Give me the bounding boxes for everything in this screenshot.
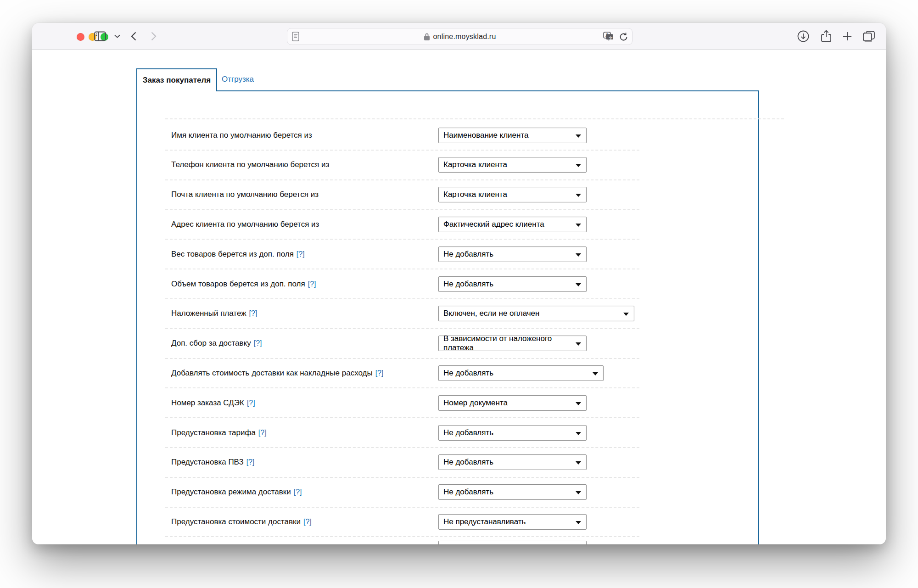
- select-value: Не добавлять: [443, 280, 493, 289]
- row-label: Предустановка тарифа: [171, 428, 256, 437]
- sidebar-toggle-icon[interactable]: [92, 23, 108, 50]
- row-label: Почта клиента по умолчанию берется из: [171, 190, 319, 199]
- dropdown-arrow-icon: [576, 461, 581, 465]
- reader-icon[interactable]: [292, 28, 299, 45]
- row-label: Добавлять стоимость доставки как накладн…: [171, 369, 373, 378]
- row-select[interactable]: Номер документа: [438, 395, 587, 411]
- dropdown-arrow-icon: [593, 372, 598, 375]
- row-label: Адрес клиента по умолчанию берется из: [171, 220, 319, 229]
- row-select[interactable]: Карточка клиента: [438, 157, 587, 173]
- svg-text:文: 文: [609, 36, 613, 40]
- dropdown-arrow-icon: [576, 164, 581, 167]
- settings-row: Наложенный платеж[?]Включен, если не опл…: [165, 299, 639, 329]
- desktop-background: online.moysklad.ru A 文: [0, 0, 918, 588]
- chevron-down-icon[interactable]: [111, 23, 123, 50]
- help-link[interactable]: [?]: [246, 458, 255, 466]
- select-value: Не добавлять: [443, 250, 493, 259]
- settings-row: Почта клиента по умолчанию берется изКар…: [165, 180, 639, 210]
- select-value: Не добавлять: [443, 487, 493, 497]
- dropdown-arrow-icon: [576, 224, 581, 227]
- dropdown-arrow-icon: [576, 402, 581, 405]
- select-value: Включен, если не оплачен: [443, 309, 539, 318]
- row-select[interactable]: Не добавлять: [438, 276, 587, 292]
- row-select[interactable]: Наименование клиента: [438, 128, 587, 143]
- tab-shipment[interactable]: Отгрузка: [222, 68, 254, 90]
- tab-overview-icon[interactable]: [860, 23, 878, 50]
- select-value: Не добавлять: [443, 428, 493, 437]
- select-value: Карточка клиента: [443, 160, 507, 169]
- help-link[interactable]: [?]: [297, 250, 305, 258]
- row-label: Предустановка режима доставки: [171, 487, 291, 497]
- row-label: Предустановка стоимости доставки: [171, 517, 301, 526]
- downloads-icon[interactable]: [795, 23, 812, 50]
- row-select[interactable]: Не добавлять: [438, 246, 587, 262]
- row-select[interactable]: Не добавлять: [438, 484, 587, 500]
- select-value: Не предустанавливать: [443, 517, 526, 526]
- row-label: Объем товаров берется из доп. поля: [171, 280, 305, 289]
- help-link[interactable]: [?]: [375, 369, 384, 377]
- close-window-button[interactable]: [77, 33, 84, 41]
- settings-row: Телефон клиента по умолчанию берется изК…: [165, 151, 639, 180]
- help-link[interactable]: [?]: [258, 429, 267, 437]
- tab-customer-order[interactable]: Заказ покупателя: [136, 68, 217, 91]
- row-select[interactable]: В зависимости от наложеного платежа: [438, 336, 587, 351]
- settings-row: Предустановка ПВЗ[?]Не добавлять: [165, 448, 639, 478]
- help-link[interactable]: [?]: [249, 309, 257, 318]
- settings-row: Имя клиента по умолчанию берется изНаиме…: [165, 121, 639, 151]
- row-label: Доп. сбор за доставку: [171, 339, 251, 348]
- dropdown-arrow-icon: [623, 313, 629, 316]
- settings-row: Доп. сбор за доставку[?]В зависимости от…: [165, 329, 639, 359]
- url-text: online.moysklad.ru: [433, 33, 496, 41]
- dropdown-arrow-icon: [576, 521, 581, 524]
- row-select[interactable]: Включен, если не оплачен: [438, 306, 634, 321]
- top-separator: [165, 118, 784, 119]
- help-link[interactable]: [?]: [294, 488, 302, 496]
- select-value: Наименование клиента: [443, 131, 529, 140]
- dropdown-arrow-icon: [576, 283, 581, 286]
- settings-row: Добавлять стоимость доставки как накладн…: [165, 358, 639, 388]
- browser-toolbar: online.moysklad.ru A 文: [32, 23, 886, 50]
- dropdown-arrow-icon: [576, 253, 581, 257]
- help-link[interactable]: [?]: [254, 339, 262, 347]
- page-content: Заказ покупателя Отгрузка Имя клиента по…: [32, 50, 886, 544]
- row-select[interactable]: Не добавлять: [438, 425, 587, 441]
- row-label: Имя клиента по умолчанию берется из: [171, 131, 312, 140]
- row-select[interactable]: Не предустанавливать: [438, 514, 587, 530]
- dropdown-arrow-icon: [576, 491, 581, 494]
- address-bar[interactable]: online.moysklad.ru A 文: [287, 28, 633, 45]
- help-link[interactable]: [?]: [303, 518, 312, 526]
- dropdown-arrow-icon: [576, 342, 581, 346]
- help-link[interactable]: [?]: [247, 399, 255, 407]
- settings-row: Предустановка режима доставки[?]Не добав…: [165, 478, 639, 508]
- settings-row: Предустановка тарифа[?]Не добавлять: [165, 418, 639, 448]
- translate-icon[interactable]: A 文: [603, 32, 615, 42]
- lock-icon: [424, 33, 430, 41]
- row-select[interactable]: Не добавлять: [438, 454, 587, 470]
- forward-button[interactable]: [146, 23, 162, 50]
- share-icon[interactable]: [818, 23, 834, 50]
- select-value: Карточка клиента: [443, 190, 507, 199]
- dropdown-arrow-icon: [576, 134, 581, 138]
- settings-row: Объем товаров берется из доп. поля[?]Не …: [165, 269, 639, 299]
- row-select[interactable]: Фактический адрес клиента: [438, 217, 587, 232]
- row-label: Номер заказа СДЭК: [171, 398, 244, 408]
- settings-row: Адрес клиента по умолчанию берется изФак…: [165, 210, 639, 240]
- new-tab-icon[interactable]: [839, 23, 856, 50]
- reload-icon[interactable]: [619, 32, 628, 41]
- help-link[interactable]: [?]: [308, 280, 316, 288]
- settings-row: Номер заказа СДЭК[?]Номер документа: [165, 388, 639, 418]
- row-select[interactable]: Карточка клиента: [438, 187, 587, 202]
- dropdown-arrow-icon: [576, 432, 581, 435]
- back-button[interactable]: [126, 23, 141, 50]
- settings-row: Предустановка стоимости доставки[?]Не пр…: [165, 507, 639, 537]
- select-value: Номер документа: [443, 398, 508, 408]
- select-value: Не добавлять: [443, 458, 493, 467]
- select-value: Фактический адрес клиента: [443, 220, 544, 229]
- row-label: Телефон клиента по умолчанию берется из: [171, 160, 329, 169]
- row-select-partial[interactable]: [438, 541, 587, 544]
- select-value: В зависимости от наложеного платежа: [443, 334, 573, 353]
- dropdown-arrow-icon: [576, 194, 581, 197]
- settings-row: Вес товаров берется из доп. поля[?]Не до…: [165, 240, 639, 269]
- row-label: Вес товаров берется из доп. поля: [171, 250, 294, 259]
- row-select[interactable]: Не добавлять: [438, 365, 604, 381]
